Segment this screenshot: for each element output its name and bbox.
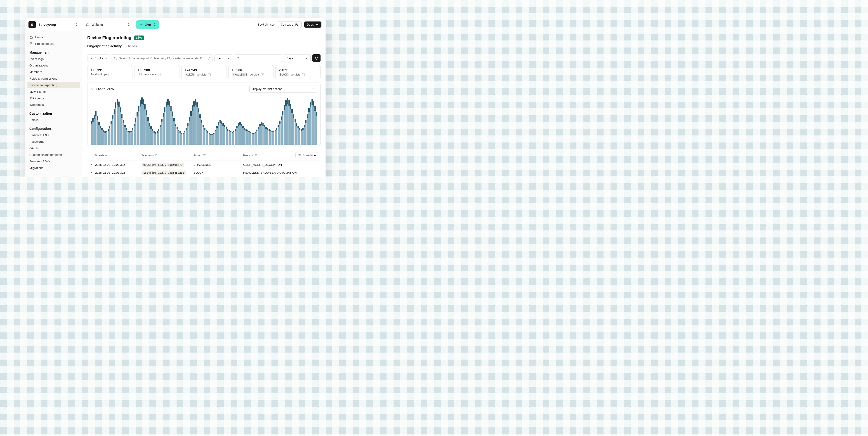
chart-bar bbox=[258, 97, 259, 145]
info-icon[interactable]: i bbox=[302, 73, 305, 76]
chart-bar bbox=[216, 97, 218, 145]
col-timestamp: Timestamp bbox=[90, 154, 142, 157]
range-value-input[interactable]: 7 bbox=[235, 54, 282, 62]
sidebar-item-roles-permissions[interactable]: Roles & permissions bbox=[27, 75, 80, 82]
chart-bar bbox=[127, 97, 129, 145]
sidebar-item-idp-clients[interactable]: IDP clients bbox=[27, 95, 80, 101]
chart-bar bbox=[224, 97, 225, 145]
chart-bar bbox=[278, 97, 279, 145]
sidebar-item-migrations[interactable]: Migrations bbox=[27, 165, 80, 171]
refresh-icon bbox=[315, 57, 318, 60]
tab-fingerprinting-activity[interactable]: Fingerprinting activity bbox=[87, 42, 122, 51]
col-action[interactable]: Action bbox=[193, 153, 243, 157]
docs-button[interactable]: Docs bbox=[304, 22, 321, 28]
search-input[interactable]: / bbox=[111, 54, 213, 62]
sidebar-item-home[interactable]: Home bbox=[27, 34, 80, 40]
table-row[interactable]: 2025-02-03T12:03:32Z0995ab90-8b3...a5a60… bbox=[87, 161, 320, 169]
stat-card: 195,191Total lookupsi bbox=[87, 65, 132, 79]
chart-bar bbox=[104, 97, 106, 145]
chart-bar bbox=[304, 97, 305, 145]
chart-bar bbox=[228, 97, 230, 145]
chevron-right-icon bbox=[90, 171, 93, 174]
chart-display-select[interactable]: Display: Verdict actions bbox=[249, 85, 317, 93]
sidebar-item-device-fingerprinting[interactable]: Device fingerprinting bbox=[27, 82, 80, 88]
project-picker[interactable]: Website bbox=[82, 18, 134, 31]
telemetry-chip[interactable]: 1684cd90-1z2...a5a345g238 bbox=[142, 171, 186, 175]
refresh-button[interactable] bbox=[312, 54, 320, 62]
topbar: S SurveyAmp Website Live Stytch.com Cont… bbox=[25, 18, 326, 31]
range-mode-select[interactable]: Last bbox=[214, 54, 233, 62]
chart-bar bbox=[187, 97, 188, 145]
environment-picker[interactable]: Live bbox=[136, 20, 159, 29]
chart-bar bbox=[301, 97, 302, 145]
col-reason[interactable]: Reason bbox=[243, 153, 296, 157]
sidebar-item-redirect-urls[interactable]: Redirect URLs bbox=[27, 132, 80, 138]
chart-bar bbox=[206, 97, 207, 145]
stat-card: 136,288Unique visitorsi bbox=[134, 65, 180, 79]
sidebar-item-organizations[interactable]: Organizations bbox=[27, 62, 80, 69]
sidebar-item-emails[interactable]: Emails bbox=[27, 117, 80, 123]
search-field[interactable] bbox=[119, 57, 210, 60]
chart-bar bbox=[281, 97, 282, 145]
chart-body bbox=[88, 95, 320, 146]
chart-bar bbox=[184, 97, 186, 145]
chevron-down-icon[interactable] bbox=[91, 87, 94, 91]
external-link[interactable]: Stytch.com bbox=[257, 23, 275, 26]
chart-bar bbox=[273, 97, 274, 145]
sidebar-item-frontend-sdks[interactable]: Frontend SDKs bbox=[27, 158, 80, 165]
chart-bar bbox=[269, 97, 270, 145]
contact-button[interactable]: Contact Us bbox=[278, 21, 301, 28]
chart-bar bbox=[293, 97, 294, 145]
sidebar-item-passwords[interactable]: Passwords bbox=[27, 138, 80, 145]
sidebar-item-members[interactable]: Members bbox=[27, 69, 80, 75]
showhide-button[interactable]: Show/hide bbox=[296, 152, 318, 158]
info-icon[interactable]: i bbox=[108, 73, 112, 76]
chart-bar bbox=[138, 97, 140, 145]
sliders-icon bbox=[298, 153, 301, 157]
table-row[interactable]: 2025-02-03T12:03:32Z1684cd90-1z2...a5a34… bbox=[87, 169, 320, 177]
org-name: SurveyAmp bbox=[38, 23, 72, 26]
chart-bar bbox=[118, 97, 120, 145]
filter-row: Filters / Last 7 Days bbox=[87, 54, 320, 62]
chart-bar bbox=[147, 97, 149, 145]
chart-bar bbox=[181, 97, 182, 145]
stat-card: 2,432BLOCK verdictsi bbox=[275, 65, 320, 79]
info-icon[interactable]: i bbox=[208, 73, 211, 76]
sidebar-section-management: Management bbox=[27, 47, 80, 56]
org-picker[interactable]: S SurveyAmp bbox=[25, 18, 82, 31]
chart-bar bbox=[109, 97, 110, 145]
sidebar-item-m2m-clients[interactable]: M2M clients bbox=[27, 88, 80, 95]
svg-point-1 bbox=[141, 24, 141, 25]
chart-bar bbox=[199, 97, 201, 145]
chart-bar bbox=[285, 97, 287, 145]
tab-rules[interactable]: Rules bbox=[128, 42, 137, 51]
environment-label: Live bbox=[145, 23, 151, 26]
sidebar-item-custom-claims-template[interactable]: Custom claims template bbox=[27, 151, 80, 158]
chart-bar bbox=[192, 97, 193, 145]
telemetry-chip[interactable]: 0995ab90-8b3...a5a608a79 bbox=[142, 163, 184, 167]
chart-bar bbox=[163, 97, 164, 145]
chart-bar bbox=[115, 97, 117, 145]
chart-bar bbox=[94, 97, 95, 145]
chart-bar bbox=[133, 97, 135, 145]
sidebar-item-project-details[interactable]: Project details bbox=[27, 40, 80, 47]
filters-button[interactable]: Filters bbox=[87, 54, 110, 62]
chart-bar bbox=[316, 97, 317, 145]
chart-bar bbox=[225, 97, 227, 145]
chart-bar bbox=[91, 97, 92, 145]
chart-bar bbox=[264, 97, 265, 145]
sidebar-item-oauth[interactable]: OAuth bbox=[27, 145, 80, 151]
chart-bar bbox=[130, 97, 132, 145]
range-unit-select[interactable]: Days bbox=[284, 54, 311, 62]
sidebar-item-webhooks[interactable]: Webhooks bbox=[27, 101, 80, 108]
chart-bar bbox=[262, 97, 264, 145]
info-icon[interactable]: i bbox=[261, 73, 264, 76]
chart-bar bbox=[155, 97, 156, 145]
chart-card: Chart view Display: Verdict actions bbox=[87, 83, 320, 146]
svg-rect-0 bbox=[86, 24, 89, 26]
chart-bar bbox=[230, 97, 231, 145]
chevron-down-icon bbox=[227, 57, 230, 60]
sidebar-item-event-logs[interactable]: Event logs bbox=[27, 56, 80, 62]
info-icon[interactable]: i bbox=[158, 73, 160, 76]
chart-bar bbox=[174, 97, 175, 145]
